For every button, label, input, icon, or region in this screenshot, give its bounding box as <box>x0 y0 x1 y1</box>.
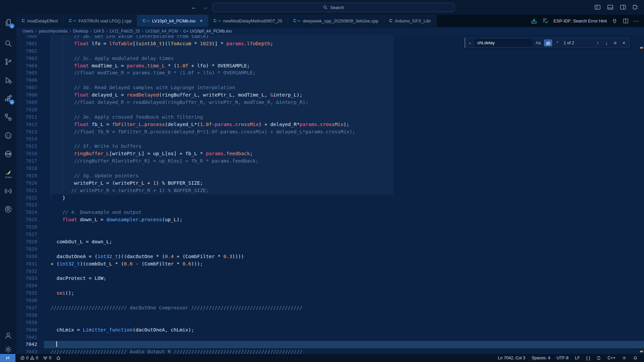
search-icon[interactable] <box>4 39 12 48</box>
esp-idf-checklist-icon[interactable] <box>542 17 549 24</box>
notifications-button[interactable] <box>633 356 638 360</box>
code-line[interactable]: 7023 <box>16 201 644 209</box>
regex-toggle[interactable]: .* <box>554 40 559 46</box>
find-in-selection-icon[interactable]: ≡ <box>612 40 619 46</box>
editor-tab[interactable]: C++deepseek_cpp_20250609_3eb2ee.cpp <box>288 15 384 27</box>
eol-sequence[interactable]: LF <box>575 356 580 360</box>
previous-match-icon[interactable]: ↑ <box>594 40 601 46</box>
code-line[interactable]: 7019 // 3g. Update pointers <box>16 172 644 180</box>
code-line[interactable]: 7039 <box>16 319 644 326</box>
code-line[interactable]: 7005 //float modTime_R = params.time_R *… <box>16 69 644 77</box>
code-line[interactable]: 7020 writePtr_L = (writePtr_L + 1) % BUF… <box>16 180 644 187</box>
remote-indicator[interactable] <box>0 354 15 362</box>
problems-status[interactable]: 0 0 <box>20 356 38 360</box>
code-line[interactable]: 7007 // 3d. Read delayed samples with La… <box>16 84 644 92</box>
code-line[interactable]: 7017 //ringBuffer_R[writePtr_R] = up_R[o… <box>16 158 644 165</box>
breadcrumb-item[interactable]: Users <box>22 29 34 34</box>
esp-idf-hint-button[interactable]: ESP-IDF: Search Error Hint <box>553 18 607 23</box>
code-line[interactable]: 7025 float down_L = downsampler.process(… <box>16 216 644 224</box>
code-editor[interactable]: 7000 // 3b. Get LFO value (interpolated … <box>16 35 644 354</box>
account-icon[interactable] <box>4 331 12 340</box>
toggle-sidebar-icon[interactable] <box>594 4 601 11</box>
cursor-position[interactable]: Ln 7042, Col 3 <box>498 356 525 360</box>
code-line[interactable]: 7013 //float fb_R = fbFilter_R.process(d… <box>16 128 644 136</box>
code-line[interactable]: 7029 <box>16 246 644 253</box>
code-line[interactable]: 7038 <box>16 312 644 319</box>
code-line[interactable]: 7030 dacOutOneA = (int32_t)((dacOutOne *… <box>16 253 644 260</box>
customize-layout-icon[interactable] <box>632 4 639 11</box>
editor-tab[interactable]: CmodDelayEffect <box>16 15 64 27</box>
match-case-toggle[interactable]: Aa <box>534 40 542 46</box>
code-line[interactable]: 7027 <box>16 231 644 238</box>
code-line[interactable]: 7042 <box>16 341 644 348</box>
forward-arrow-icon[interactable]: → <box>201 3 209 11</box>
find-input[interactable]: chLdelay <box>475 39 532 47</box>
bracket-status[interactable]: { } <box>586 356 590 360</box>
code-line[interactable]: 7035 sei(); <box>16 290 644 297</box>
code-line[interactable]: 7024 // 4. Downsample and output <box>16 209 644 216</box>
ports-status[interactable]: 0 <box>43 356 51 360</box>
toggle-panel-icon[interactable] <box>607 4 614 11</box>
code-line[interactable]: 7012 float fb_L = fbFilter_L.process(del… <box>16 121 644 128</box>
code-line[interactable]: 7016 ringBuffer_L[writePtr_L] = up_L[os]… <box>16 150 644 158</box>
format-tools-button[interactable] <box>622 356 627 360</box>
breadcrumb-item[interactable]: LV10p0_k4_PCM <box>145 29 178 34</box>
breadcrumb-item[interactable]: LV4.5 <box>94 29 104 34</box>
code-line[interactable]: 7032 <box>16 268 644 275</box>
toggle-replace-chevron-icon[interactable]: › <box>467 40 473 46</box>
code-line[interactable]: 7028 combOut_L = down_L; <box>16 238 644 246</box>
back-arrow-icon[interactable]: ← <box>190 3 198 11</box>
settings-gear-icon[interactable] <box>4 345 12 354</box>
code-line[interactable]: 7011 // 3e. Apply crossed feedback with … <box>16 114 644 121</box>
code-line[interactable]: 7010 <box>16 106 644 114</box>
breadcrumb-file[interactable]: C+LV10p0_k4_PCMb.ino <box>183 29 231 34</box>
language-mode[interactable]: C++ <box>607 356 615 360</box>
code-line[interactable]: 7036 <box>16 297 644 304</box>
editor-tab[interactable]: C++FASTRUN void LFO() {.cpp <box>64 15 138 27</box>
close-find-icon[interactable]: × <box>621 40 627 46</box>
toggle-secondary-sidebar-icon[interactable] <box>620 4 627 11</box>
code-line[interactable]: 7004 float modTime_L = params.time_L * (… <box>16 62 644 70</box>
breadcrumb-item[interactable]: yasushiyoshida <box>39 29 67 34</box>
code-line[interactable]: 7040 chLmix = Limitter_function(dacOutOn… <box>16 326 644 334</box>
breadcrumb[interactable]: Users›yasushiyoshida›Desktop›LV4.5›LV11_… <box>16 27 644 35</box>
code-line[interactable]: 7003 // 3c. Apply modulated delay times <box>16 55 644 62</box>
split-editor-icon[interactable] <box>623 18 629 24</box>
code-line[interactable]: 7034 <box>16 282 644 290</box>
code-line[interactable]: 7033 dacProtect = LOW; <box>16 275 644 282</box>
indentation[interactable]: Spaces: 4 <box>532 356 550 360</box>
code-line[interactable]: 7006 <box>16 77 644 84</box>
esp-idf-download-icon[interactable] <box>531 17 537 24</box>
platformio-icon[interactable] <box>4 131 12 140</box>
code-line[interactable]: 7009 //float delayed_R = readDelayed(rin… <box>16 99 644 106</box>
extensions-icon[interactable]: 3 <box>4 95 12 103</box>
home-button[interactable] <box>56 356 61 360</box>
breadcrumb-item[interactable]: LV11_Feb25_25 <box>110 29 140 34</box>
encoding[interactable]: UTF-8 <box>557 356 569 360</box>
stm32-bird-icon[interactable]: STM32 <box>4 168 12 177</box>
broadcast-icon[interactable] <box>4 187 12 195</box>
code-line[interactable]: 7014 <box>16 135 644 143</box>
code-line[interactable]: 7008 float delayed_L = readDelayed(ringB… <box>16 92 644 99</box>
code-line[interactable]: 7022 } <box>16 194 644 202</box>
hierarchy-icon[interactable] <box>4 113 12 121</box>
command-center-search[interactable]: Search <box>212 3 455 12</box>
plug-icon[interactable] <box>611 18 618 24</box>
code-line[interactable]: 7018 <box>16 165 644 172</box>
code-line[interactable]: 7002 <box>16 48 644 55</box>
code-line[interactable]: 7015 // 3f. Write to buffers <box>16 143 644 150</box>
code-line[interactable]: 7021 // writePtr_R = (writePtr_R + 1) % … <box>16 187 644 194</box>
source-control-icon[interactable] <box>4 58 12 66</box>
arduino-icon[interactable] <box>4 150 12 158</box>
r-lang-icon[interactable] <box>4 205 12 214</box>
explorer-icon[interactable]: 1 <box>4 18 12 27</box>
whole-word-toggle[interactable]: ab <box>544 40 552 46</box>
editor-tab[interactable]: CArduino_GFX_Libr <box>384 15 437 27</box>
breadcrumb-item[interactable]: Desktop <box>73 29 88 34</box>
editor-tab[interactable]: C++LV10p0_k4_PCMb.ino× <box>137 15 208 27</box>
editor-tab[interactable]: C++newModDelayMethod0607_25 <box>208 15 288 27</box>
code-line[interactable]: 7031+ (int32_t)(combOut_L * (0.6 - (Comb… <box>16 260 644 268</box>
next-match-icon[interactable]: ↓ <box>603 40 610 46</box>
code-line[interactable]: 7037////////////////////////// dacOutOne… <box>16 304 644 312</box>
sync-status[interactable] <box>596 356 601 360</box>
